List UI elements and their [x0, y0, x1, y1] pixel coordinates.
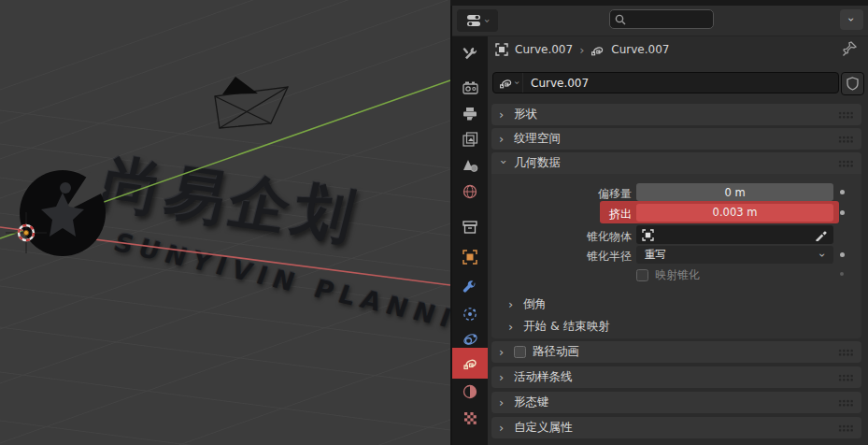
panel-drag-grip[interactable] — [838, 136, 854, 143]
panel-drag-grip[interactable] — [838, 424, 854, 432]
chevron-right-icon: › — [499, 108, 507, 122]
object-brackets-icon — [462, 250, 477, 265]
subpanel-bevel[interactable]: › 倒角 — [508, 294, 789, 313]
subpanel-title: 开始 & 结束映射 — [523, 319, 610, 335]
offset-field[interactable]: 0 m — [636, 183, 833, 201]
panel-title: 路径动画 — [533, 344, 579, 360]
panel-drag-grip[interactable] — [838, 111, 854, 119]
camera-back-icon — [462, 80, 478, 94]
chevron-right-icon: › — [508, 320, 517, 334]
datablock-name-value[interactable]: Curve.007 — [523, 77, 589, 90]
tab-output[interactable] — [452, 99, 488, 127]
panel-title: 纹理空间 — [514, 131, 561, 147]
extrude-label: 挤出 — [491, 207, 632, 222]
taper-radius-value: 重写 — [645, 248, 666, 262]
subpanel-title: 倒角 — [523, 296, 547, 312]
editor-type-button[interactable]: › — [457, 9, 498, 32]
globe-icon — [462, 184, 477, 199]
scene-icon — [462, 158, 478, 173]
chevron-down-icon: › — [846, 18, 859, 22]
tab-render[interactable] — [452, 73, 488, 101]
search-box[interactable] — [609, 9, 714, 29]
properties-editor-icon — [466, 14, 482, 27]
taper-object-label: 锥化物体 — [491, 229, 632, 245]
tab-material[interactable] — [452, 378, 488, 406]
panel-title: 自定义属性 — [514, 420, 573, 436]
search-icon — [615, 14, 626, 25]
panel-shape-keys[interactable]: › 形态键 — [491, 392, 861, 413]
breadcrumb-object[interactable]: Curve.007 — [515, 43, 573, 56]
animate-dot[interactable] — [840, 190, 845, 194]
panel-shape[interactable]: › 形状 — [491, 104, 861, 125]
chevron-down-icon: › — [481, 19, 493, 22]
chevron-down-icon: › — [512, 81, 522, 85]
tab-object-data[interactable] — [452, 348, 488, 379]
panel-custom-properties[interactable]: › 自定义属性 — [491, 417, 861, 438]
path-animation-checkbox[interactable] — [514, 346, 526, 358]
panel-geometry[interactable]: › 几何数据 — [491, 152, 861, 174]
subpanel-start-end-mapping[interactable]: › 开始 & 结束映射 — [508, 317, 789, 336]
chevron-down-icon: › — [817, 252, 830, 257]
tab-view-layer[interactable] — [452, 125, 488, 153]
particles-icon — [462, 307, 477, 322]
taper-radius-dropdown[interactable]: 重写 › — [636, 246, 833, 264]
images-stack-icon — [462, 132, 478, 147]
tab-particles[interactable] — [452, 300, 488, 328]
tab-tool[interactable] — [452, 39, 488, 67]
panel-path-animation[interactable]: › 路径动画 — [491, 341, 861, 363]
panel-title: 形态键 — [514, 395, 549, 410]
breadcrumb-separator: › — [579, 43, 584, 57]
panel-texture-space[interactable]: › 纹理空间 — [491, 128, 861, 150]
taper-radius-label: 锥化半径 — [491, 249, 632, 265]
object-brackets-icon — [495, 43, 508, 56]
animate-dot[interactable] — [840, 210, 845, 215]
curve-data-icon — [591, 44, 605, 56]
chevron-right-icon: › — [499, 370, 507, 384]
tab-collection[interactable] — [452, 213, 488, 241]
panel-drag-grip[interactable] — [838, 399, 854, 407]
panel-title: 形状 — [514, 107, 537, 122]
animate-dot[interactable] — [840, 252, 845, 257]
eyedropper-icon[interactable] — [815, 228, 828, 241]
wrench-icon — [462, 280, 478, 296]
tool-icon — [462, 46, 478, 62]
panel-title: 活动样条线 — [514, 369, 573, 385]
pin-icon[interactable] — [842, 40, 859, 57]
material-sphere-icon — [462, 384, 477, 399]
printer-icon — [462, 107, 477, 121]
panel-active-spline[interactable]: › 活动样条线 — [491, 366, 861, 388]
tab-texture[interactable] — [452, 404, 488, 432]
chevron-right-icon: › — [499, 421, 507, 435]
panel-title: 几何数据 — [514, 155, 561, 171]
panel-drag-grip[interactable] — [838, 374, 854, 381]
breadcrumb-data[interactable]: Curve.007 — [611, 43, 669, 56]
tab-object[interactable] — [452, 243, 488, 271]
object-brackets-icon — [642, 229, 654, 241]
tab-world[interactable] — [452, 178, 488, 206]
tab-modifiers[interactable] — [452, 274, 488, 302]
offset-label: 偏移量 — [491, 186, 632, 202]
3d-cursor[interactable] — [6, 212, 47, 253]
physics-orbit-icon — [462, 332, 478, 347]
datablock-name-field[interactable]: › Curve.007 — [492, 72, 839, 93]
extrude-field[interactable]: 0.003 m — [636, 204, 833, 222]
archive-box-icon — [462, 221, 477, 234]
panel-drag-grip[interactable] — [838, 349, 854, 356]
chevron-right-icon: › — [499, 395, 507, 409]
search-input[interactable] — [630, 13, 708, 26]
tab-scene[interactable] — [452, 151, 488, 179]
3d-viewport[interactable]: SUNYIVIN PLANNING 尚易企划 — [0, 0, 450, 445]
fake-user-shield-button[interactable] — [841, 72, 864, 95]
taper-object-field[interactable] — [636, 225, 833, 244]
map-taper-checkbox[interactable] — [636, 269, 648, 281]
curve-data-icon — [462, 356, 478, 370]
scene-camera-object[interactable] — [201, 67, 304, 142]
breadcrumb: Curve.007 › Curve.007 — [495, 39, 841, 60]
map-taper-label: 映射锥化 — [655, 267, 700, 283]
chevron-right-icon: › — [508, 297, 517, 311]
id-type-selector[interactable]: › — [493, 73, 523, 93]
header-options-button[interactable]: › — [840, 9, 863, 30]
panel-drag-grip[interactable] — [838, 160, 854, 167]
animate-dot[interactable] — [840, 272, 844, 276]
chevron-right-icon: › — [499, 345, 507, 359]
